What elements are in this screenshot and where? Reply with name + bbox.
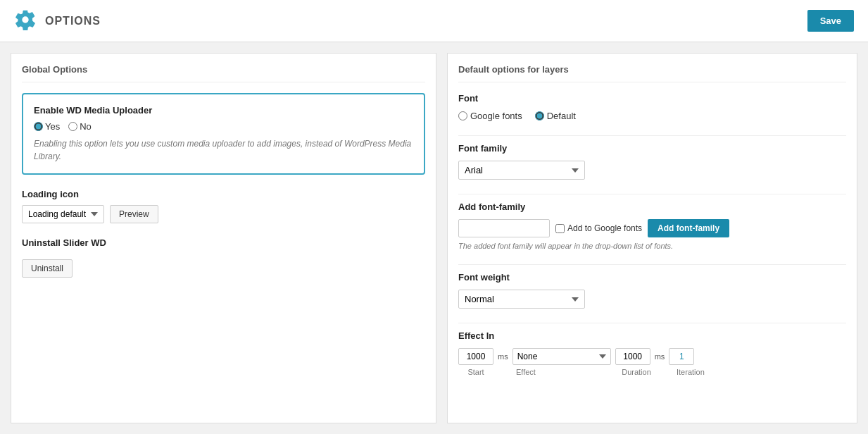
add-font-row: Add to Google fonts Add font-family (458, 219, 846, 237)
divider-2 (458, 194, 846, 194)
uninstall-section: Uninstall Slider WD Uninstall (22, 237, 425, 278)
font-family-select[interactable]: Arial Verdana Georgia Helvetica (458, 161, 585, 180)
wd-uploader-no-label[interactable]: No (68, 121, 92, 132)
font-family-label: Font family (458, 143, 846, 154)
header-left: OPTIONS (14, 8, 101, 33)
effect-in-section: Effect In ms None Bounce Flash Pulse Rub… (458, 330, 846, 376)
loading-icon-select[interactable]: Loading default Loading 1 Loading 2 (22, 205, 104, 223)
add-font-helper: The added font family will appear in the… (458, 242, 846, 250)
save-button[interactable]: Save (807, 10, 854, 32)
google-fonts-radio[interactable] (458, 111, 467, 120)
divider-3 (458, 264, 846, 265)
global-options-title: Global Options (22, 64, 425, 82)
default-font-radio[interactable] (535, 111, 544, 120)
add-font-family-button[interactable]: Add font-family (648, 219, 729, 237)
wd-uploader-section: Enable WD Media Uploader Yes No Enabling… (22, 93, 425, 175)
effect-iteration-input[interactable] (669, 348, 694, 365)
font-family-section: Font family Arial Verdana Georgia Helvet… (458, 143, 846, 180)
effect-type-select[interactable]: None Bounce Flash Pulse RubberBand (512, 348, 611, 365)
add-font-family-label: Add font-family (458, 202, 846, 212)
header: OPTIONS Save (0, 0, 868, 42)
font-weight-section: Font weight Normal Bold Bolder Lighter 1… (458, 272, 846, 309)
left-panel: Global Options Enable WD Media Uploader … (11, 53, 436, 423)
right-panel: Default options for layers Font Google f… (447, 53, 857, 423)
wd-uploader-yes-label[interactable]: Yes (34, 121, 60, 132)
font-weight-select[interactable]: Normal Bold Bolder Lighter 100 400 700 (458, 290, 585, 309)
divider-4 (458, 323, 846, 323)
font-radio-group: Google fonts Default (458, 111, 846, 121)
font-section: Font Google fonts Default (458, 93, 846, 121)
uninstall-label: Uninstall Slider WD (22, 237, 425, 248)
start-sublabel: Start (458, 368, 493, 376)
add-google-fonts-checkbox[interactable] (555, 224, 565, 233)
iteration-sublabel: Iteration (677, 368, 702, 376)
effect-sublabel: Effect (516, 368, 615, 376)
effect-in-labels: Start Effect Duration Iteration (458, 368, 846, 376)
wd-uploader-yes-radio[interactable] (34, 122, 43, 131)
effect-in-row: ms None Bounce Flash Pulse RubberBand ms (458, 348, 846, 365)
default-options-title: Default options for layers (458, 64, 846, 82)
add-google-fonts-label[interactable]: Add to Google fonts (555, 223, 642, 233)
font-weight-label: Font weight (458, 272, 846, 283)
divider-1 (458, 135, 846, 136)
wd-uploader-radio-group: Yes No (34, 121, 413, 132)
gear-icon (14, 8, 37, 33)
effect-duration-input[interactable] (615, 348, 650, 365)
preview-button[interactable]: Preview (110, 205, 158, 223)
wd-uploader-label: Enable WD Media Uploader (34, 105, 413, 116)
wd-uploader-helper: Enabling this option lets you use custom… (34, 137, 413, 163)
uninstall-button[interactable]: Uninstall (22, 259, 73, 278)
main-content: Global Options Enable WD Media Uploader … (0, 42, 868, 434)
default-font-label[interactable]: Default (535, 111, 576, 121)
effect-in-label: Effect In (458, 330, 846, 341)
loading-controls: Loading default Loading 1 Loading 2 Prev… (22, 205, 425, 223)
add-font-family-section: Add font-family Add to Google fonts Add … (458, 202, 846, 250)
header-title: OPTIONS (45, 15, 101, 27)
effect-start-input[interactable] (458, 348, 493, 365)
duration-ms-label: ms (655, 352, 665, 361)
start-ms-label: ms (498, 352, 508, 361)
wd-uploader-no-radio[interactable] (68, 122, 77, 131)
font-label: Font (458, 93, 846, 104)
font-family-input[interactable] (458, 219, 550, 237)
google-fonts-label[interactable]: Google fonts (458, 111, 522, 121)
duration-sublabel: Duration (619, 368, 654, 376)
loading-icon-label: Loading icon (22, 189, 425, 199)
loading-icon-section: Loading icon Loading default Loading 1 L… (22, 189, 425, 223)
